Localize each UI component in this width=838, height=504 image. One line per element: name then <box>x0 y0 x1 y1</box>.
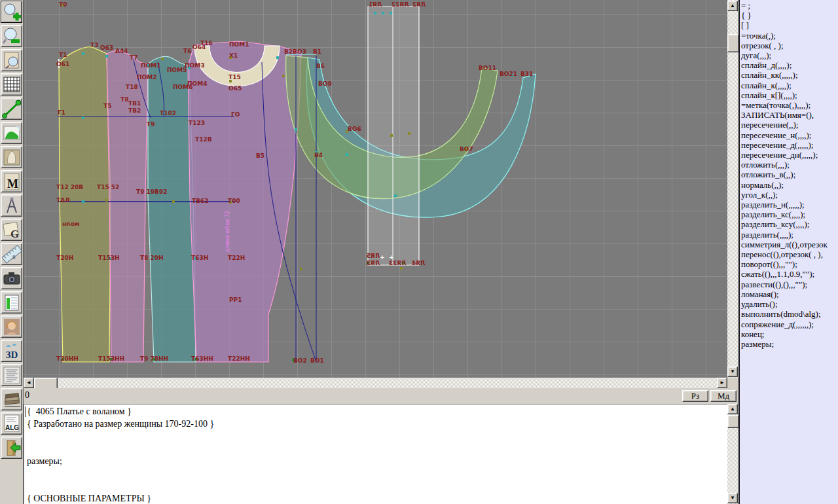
books-button[interactable] <box>1 388 22 410</box>
canvas-scroll-down-button[interactable]: ▼ <box>727 367 738 377</box>
canvas-hscrollbar[interactable]: ◄ ► <box>24 378 727 388</box>
point-label: Т3 <box>90 42 98 48</box>
measure-line-button[interactable] <box>1 98 22 120</box>
editor-line <box>27 442 727 455</box>
editor-vscroll-thumb[interactable] <box>727 415 739 428</box>
function-item[interactable]: сплайн_к(,,,,); <box>741 81 838 90</box>
point-label: Т8 20Н <box>140 255 164 261</box>
function-item[interactable]: [ ] <box>741 20 838 30</box>
canvas-vscrollbar[interactable]: ▲ ▼ <box>727 0 738 378</box>
svg-text:M: M <box>7 177 18 190</box>
measure-line-icon <box>2 99 22 118</box>
portrait-icon <box>2 317 22 336</box>
function-item[interactable]: отрезок( , ); <box>741 41 838 50</box>
arrow-down-icon: ▼ <box>730 369 735 374</box>
canvas-scroll-up-button[interactable]: ▲ <box>727 1 738 11</box>
point-label: В31 <box>520 71 533 77</box>
pattern-piece-belt-strip[interactable] <box>368 7 419 265</box>
function-item[interactable]: сплайн_д(,,,,); <box>741 60 838 70</box>
point-label: Т123 <box>189 120 205 126</box>
zoom-in-icon <box>2 2 22 22</box>
zoom-out-icon <box>2 26 22 46</box>
point-label: ЛЯ5 <box>367 253 380 259</box>
function-item[interactable]: сжать((),,,1.1,0.9,""); <box>741 269 838 279</box>
function-item[interactable]: сплайн_к[](,,,,); <box>741 90 838 100</box>
point-label: длина юбки 72 <box>225 211 230 252</box>
function-item[interactable]: развести((),(),,,""); <box>741 279 838 289</box>
function-item[interactable]: =точка(,); <box>741 31 838 41</box>
grading-g-button[interactable]: G <box>1 219 22 241</box>
function-item[interactable]: = ; <box>741 1 838 10</box>
portrait-button[interactable] <box>1 315 22 338</box>
spec-list-button[interactable] <box>1 364 22 386</box>
model-m-button[interactable]: M <box>1 170 22 192</box>
function-item[interactable]: пересечение_дн(,,,,,); <box>741 150 838 160</box>
zoom-in-button[interactable] <box>1 1 22 23</box>
function-list: = ;{ }[ ]=точка(,);отрезок( , );дуга(,,,… <box>738 0 838 504</box>
algorithm-button[interactable]: ALG <box>1 412 22 435</box>
md-button[interactable]: Мд <box>710 390 737 402</box>
exit-button[interactable] <box>1 437 22 459</box>
function-item[interactable]: угол_к(,,); <box>741 190 838 200</box>
view-3d-button[interactable]: 3D <box>1 340 22 362</box>
function-item[interactable]: сплайн_кк(,,,,,); <box>741 70 838 80</box>
function-item[interactable]: перенос((),отрезок( , ), <box>741 249 838 259</box>
view-3d-icon: 3D <box>2 341 22 361</box>
function-item[interactable]: ЗАПИСАТЬ(имя=(), <box>741 110 838 120</box>
point-label: ВО6 <box>348 126 361 132</box>
function-item[interactable]: конец; <box>741 329 838 339</box>
point-label: Т1 <box>59 52 67 58</box>
ruler-button[interactable]: 8 <box>1 243 22 265</box>
zoom-out-button[interactable] <box>1 25 22 47</box>
function-item[interactable]: размеры; <box>741 339 838 349</box>
rz-button[interactable]: Рз <box>682 390 708 402</box>
function-item[interactable]: разделить_кс(,,,,); <box>741 209 838 219</box>
point-label: Т12 20В <box>56 184 83 190</box>
editor-scroll-up-button[interactable]: ▲ <box>727 404 738 414</box>
function-item[interactable]: выполнить(dmod\alg); <box>741 309 838 319</box>
point-marker <box>172 200 175 203</box>
function-item[interactable]: пересечение_д(,,,,,); <box>741 140 838 150</box>
canvas-scroll-left-button[interactable]: ◄ <box>24 378 34 388</box>
zoom-page-button[interactable] <box>1 49 22 71</box>
pattern-sheet-button[interactable] <box>1 146 22 168</box>
point-label: Т16 <box>200 40 213 46</box>
function-item[interactable]: разделить_ксу(,,,,); <box>741 219 838 229</box>
point-label: ПОМ6 <box>173 84 192 90</box>
function-item[interactable]: разделить_н(,,,,,); <box>741 200 838 209</box>
function-item[interactable]: { } <box>741 10 838 20</box>
point-label: Т15ЗНН <box>98 355 124 362</box>
canvas-vscroll-thumb[interactable] <box>727 34 739 52</box>
point-marker <box>390 134 393 137</box>
pattern-piece-back-panel[interactable] <box>59 47 111 362</box>
function-item[interactable]: поворот((),,,""); <box>741 259 838 269</box>
function-item[interactable]: =метка(точка(,),,,,); <box>741 100 838 110</box>
compass-button[interactable] <box>1 194 22 217</box>
function-item[interactable]: пересечение(,,); <box>741 120 838 130</box>
function-item[interactable]: дуга(,,,); <box>741 50 838 60</box>
size-table-button[interactable] <box>1 291 22 314</box>
image-button[interactable] <box>1 122 22 144</box>
algorithm-editor[interactable]: { 4065 Платье с воланом }{ Разработано н… <box>24 404 727 504</box>
function-item[interactable]: отложить(,,,); <box>741 160 838 170</box>
function-item[interactable]: удалить(); <box>741 299 838 309</box>
point-label: ЛЯ1 <box>369 1 382 8</box>
point-label: В5 <box>256 153 264 159</box>
canvas-scroll-right-button[interactable]: ► <box>717 378 727 388</box>
function-item[interactable]: разделить(,,,,); <box>741 230 838 240</box>
function-item[interactable]: нормаль(,,); <box>741 180 838 190</box>
point-label: В2ВО3 <box>284 48 306 55</box>
drawing-canvas[interactable]: Т0Т1О61Т3О63А44Т7ПОМ1ПОМ2Т18Т8ТВ1ТВ2Т5Г1… <box>24 0 727 378</box>
editor-scroll-down-button[interactable]: ▼ <box>727 493 738 503</box>
function-item[interactable]: сопряжение_д(,,,,,,); <box>741 319 838 329</box>
editor-vscrollbar[interactable]: ▲ ▼ <box>727 404 738 504</box>
grid-button[interactable] <box>1 73 22 96</box>
function-item[interactable]: отложить_в(,,); <box>741 170 838 179</box>
camera-button[interactable] <box>1 267 22 289</box>
point-marker <box>82 117 84 119</box>
function-item[interactable]: симметрия_л((),отрезок <box>741 240 838 249</box>
point-marker <box>346 153 348 156</box>
function-item[interactable]: пересечение_н(,,,,); <box>741 130 838 140</box>
function-item[interactable]: ломаная(); <box>741 289 838 299</box>
point-label: О61 <box>56 61 69 67</box>
